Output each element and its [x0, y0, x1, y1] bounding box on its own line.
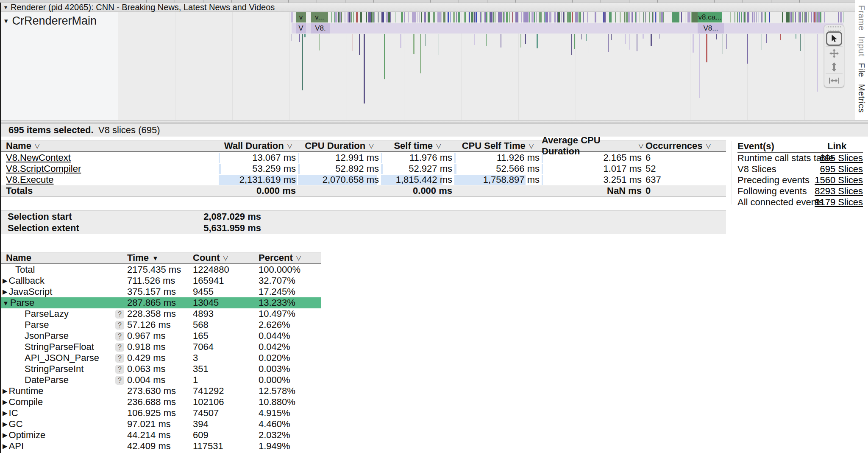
flame-slice-v8[interactable]: v [296, 12, 306, 22]
sort-triangle-icon[interactable]: ▽ [436, 142, 441, 150]
help-icon[interactable]: ? [115, 376, 124, 385]
help-icon[interactable]: ? [115, 365, 124, 374]
sort-triangle-icon[interactable]: ▽ [223, 254, 228, 262]
help-icon[interactable]: ? [115, 343, 124, 352]
flame-stripe [818, 12, 820, 22]
stats-row-API[interactable]: ▶API42.409 ms1175311.949% [0, 441, 321, 452]
side-tab-metrics[interactable]: Metrics [857, 84, 866, 113]
slice-name-link[interactable]: V8.ScriptCompiler [6, 163, 81, 174]
slice-name-link[interactable]: V8.NewContext [6, 152, 71, 163]
stats-header-count[interactable]: Count▽ [193, 252, 228, 263]
collapsed-triangle-icon[interactable]: ▶ [3, 288, 8, 296]
stats-row-Callback[interactable]: ▶Callback711.526 ms16594132.707% [0, 275, 321, 286]
slices-link[interactable]: 695 Slices [820, 164, 863, 175]
collapsed-triangle-icon[interactable]: ▶ [3, 398, 8, 406]
slice-name-link[interactable]: V8.Execute [6, 174, 54, 185]
help-icon[interactable]: ? [115, 354, 124, 363]
help-icon[interactable]: ? [115, 332, 124, 341]
stats-row-Parse[interactable]: ▼Parse287.865 ms1304513.233% [0, 297, 321, 308]
stats-header-percent[interactable]: Percent▽ [259, 252, 301, 263]
collapse-triangle-icon[interactable]: ▾ [4, 4, 7, 11]
sort-triangle-icon[interactable]: ▽ [706, 142, 711, 150]
sort-triangle-icon[interactable]: ▼ [152, 254, 159, 262]
column-header-average-cpu-duration[interactable]: Average CPU Duration▽ [542, 140, 643, 151]
flame-slice-v8[interactable]: v... [311, 12, 328, 22]
stats-row-Runtime[interactable]: ▶Runtime273.630 ms74129212.578% [0, 386, 321, 397]
tab-v8-slices[interactable]: V8 slices (695) [98, 125, 160, 136]
column-header-cpu-self-time[interactable]: CPU Self Time▽ [454, 140, 541, 151]
stats-row-StringParseInt[interactable]: StringParseInt?0.063 ms3510.003% [0, 364, 321, 375]
thread-row-header[interactable]: ▾ CrRendererMain [4, 14, 118, 28]
collapsed-triangle-icon[interactable]: ▶ [3, 442, 8, 450]
stats-row-GC[interactable]: ▶GC97.021 ms3944.460% [0, 419, 321, 430]
collapsed-triangle-icon[interactable]: ▶ [3, 387, 8, 395]
horizontal-splitter[interactable] [0, 120, 868, 123]
stats-header-name[interactable]: Name [6, 252, 31, 263]
slices-link[interactable]: 695 Slices [820, 153, 863, 164]
side-tab-file[interactable]: File [857, 63, 866, 77]
flame-slice-v8[interactable]: V [296, 23, 306, 34]
stats-row-API_JSON_Parse[interactable]: API_JSON_Parse?0.429 ms30.020% [0, 352, 321, 364]
collapsed-triangle-icon[interactable]: ▶ [3, 420, 8, 428]
help-icon[interactable]: ? [115, 321, 124, 330]
flame-slice-v8[interactable]: V8... [698, 23, 724, 34]
column-header-cpu-duration[interactable]: CPU Duration▽ [298, 140, 381, 151]
flame-block[interactable] [672, 12, 679, 22]
stats-row-StringParseFloat[interactable]: StringParseFloat?0.918 ms70640.042% [0, 341, 321, 352]
sort-triangle-icon[interactable]: ▽ [35, 142, 40, 150]
event-link-cell[interactable]: 695 Slices [788, 153, 863, 164]
stats-row-DateParse[interactable]: DateParse?0.004 ms10.000% [0, 375, 321, 386]
flame-slice-v8[interactable]: v8.ca... [698, 12, 722, 22]
flame-chart[interactable]: vv...v8.ca...VV8.V8... [0, 12, 855, 120]
sort-triangle-icon[interactable]: ▽ [529, 142, 534, 150]
selection-tool-button[interactable] [826, 31, 842, 46]
collapsed-triangle-icon[interactable]: ▶ [3, 431, 8, 439]
event-link-cell[interactable]: 695 Slices [788, 164, 863, 175]
flame-block[interactable] [692, 12, 698, 22]
side-tab-input[interactable]: Input [857, 36, 866, 56]
slice-name-anchor[interactable]: V8.Execute [6, 174, 54, 185]
help-icon[interactable]: ? [115, 310, 124, 319]
process-header-bar[interactable]: ▾ Renderer (pid 42065): CNN - Breaking N… [0, 3, 855, 12]
timing-tool-button[interactable] [826, 73, 843, 87]
slices-link[interactable]: 1560 Slices [815, 175, 863, 186]
slice-name-anchor[interactable]: V8.ScriptCompiler [6, 163, 81, 174]
event-link-cell[interactable]: 8293 Slices [788, 186, 863, 197]
sort-triangle-icon[interactable]: ▽ [638, 142, 643, 150]
sort-triangle-icon[interactable]: ▽ [287, 142, 292, 150]
stats-row-IC[interactable]: ▶IC106.925 ms745074.915% [0, 408, 321, 419]
slice-name-anchor[interactable]: V8.NewContext [6, 152, 71, 163]
collapse-triangle-icon[interactable]: ▾ [4, 17, 8, 25]
expanded-triangle-icon[interactable]: ▼ [3, 299, 9, 307]
stats-row-Compile[interactable]: ▶Compile236.688 ms10210610.880% [0, 397, 321, 408]
pan-tool-button[interactable] [826, 46, 843, 60]
collapsed-triangle-icon[interactable]: ▶ [3, 409, 8, 417]
stats-percent: 0.042% [259, 341, 290, 352]
palette-drag-handle[interactable] [826, 26, 842, 31]
column-header-wall-duration[interactable]: Wall Duration▽ [219, 140, 298, 151]
stats-row-JsonParse[interactable]: JsonParse?0.967 ms1650.044% [0, 330, 321, 341]
stats-header-time[interactable]: Time▼ [127, 252, 159, 263]
sort-triangle-icon[interactable]: ▽ [369, 142, 374, 150]
event-link-cell[interactable]: 9179 Slices [788, 197, 863, 208]
side-tab-frame[interactable]: Frame [857, 5, 866, 31]
stats-row-Parse[interactable]: Parse?57.126 ms5682.626% [0, 319, 321, 330]
collapsed-triangle-icon[interactable]: ▶ [3, 277, 8, 285]
flame-slice-v8[interactable]: V8. [311, 23, 330, 34]
slices-link[interactable]: 9179 Slices [815, 197, 863, 208]
slices-link[interactable]: 8293 Slices [815, 186, 863, 197]
events-link-panel: Event(s)LinkRuntime call stats table695 … [737, 141, 863, 208]
flame-block[interactable] [291, 12, 293, 22]
stats-row-JavaScript[interactable]: ▶JavaScript375.157 ms945517.245% [0, 286, 321, 297]
column-header-name[interactable]: Name▽ [6, 140, 57, 151]
column-header-self-time[interactable]: Self time▽ [381, 140, 454, 151]
tool-palette[interactable] [824, 25, 844, 87]
stats-row-ParseLazy[interactable]: ParseLazy?228.358 ms489310.497% [0, 308, 321, 319]
zoom-tool-button[interactable] [826, 60, 843, 73]
event-link-cell[interactable]: 1560 Slices [788, 175, 863, 186]
stats-row-Optimize[interactable]: ▶Optimize44.214 ms6092.032% [0, 430, 321, 441]
column-header-occurrences[interactable]: Occurrences▽ [645, 140, 722, 151]
track-area[interactable]: vv...v8.ca...VV8.V8... ▾ CrRendererMain [0, 12, 856, 120]
stats-row-Total[interactable]: Total2175.435 ms1224880100.000% [0, 264, 321, 275]
sort-triangle-icon[interactable]: ▽ [296, 254, 301, 262]
